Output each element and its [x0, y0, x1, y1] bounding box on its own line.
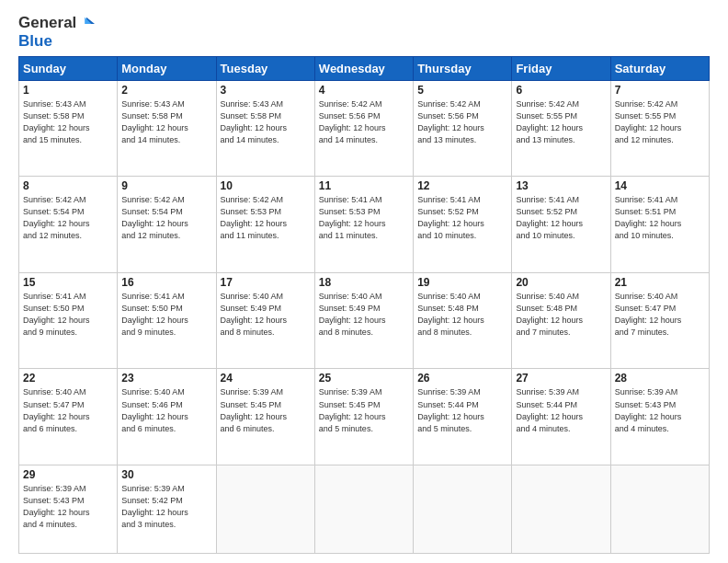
day-info: Sunrise: 5:42 AMSunset: 5:55 PMDaylight:…	[516, 99, 583, 144]
day-info: Sunrise: 5:41 AMSunset: 5:52 PMDaylight:…	[516, 195, 583, 240]
day-info: Sunrise: 5:39 AMSunset: 5:42 PMDaylight:…	[121, 484, 188, 529]
calendar-cell: 3Sunrise: 5:43 AMSunset: 5:58 PMDaylight…	[216, 80, 314, 177]
page: General Blue SundayMondayTuesdayWednesda…	[0, 0, 728, 563]
day-info: Sunrise: 5:42 AMSunset: 5:53 PMDaylight:…	[221, 195, 288, 240]
calendar-cell: 1Sunrise: 5:43 AMSunset: 5:58 PMDaylight…	[19, 80, 118, 177]
day-info: Sunrise: 5:39 AMSunset: 5:45 PMDaylight:…	[221, 387, 288, 432]
day-info: Sunrise: 5:40 AMSunset: 5:48 PMDaylight:…	[516, 292, 583, 337]
day-number: 16	[121, 276, 211, 289]
calendar-cell: 2Sunrise: 5:43 AMSunset: 5:58 PMDaylight…	[118, 80, 216, 177]
calendar-cell: 17Sunrise: 5:40 AMSunset: 5:49 PMDayligh…	[216, 272, 314, 369]
day-number: 9	[121, 179, 211, 192]
day-info: Sunrise: 5:41 AMSunset: 5:50 PMDaylight:…	[121, 292, 188, 337]
day-info: Sunrise: 5:39 AMSunset: 5:44 PMDaylight:…	[417, 387, 484, 432]
day-info: Sunrise: 5:42 AMSunset: 5:56 PMDaylight:…	[417, 99, 484, 144]
calendar-cell: 21Sunrise: 5:40 AMSunset: 5:47 PMDayligh…	[610, 272, 709, 369]
calendar-cell: 6Sunrise: 5:42 AMSunset: 5:55 PMDaylight…	[512, 80, 610, 177]
calendar-cell: 19Sunrise: 5:40 AMSunset: 5:48 PMDayligh…	[414, 272, 512, 369]
day-number: 10	[221, 179, 311, 192]
day-info: Sunrise: 5:39 AMSunset: 5:43 PMDaylight:…	[615, 387, 682, 432]
day-number: 29	[23, 468, 113, 481]
calendar-cell: 8Sunrise: 5:42 AMSunset: 5:54 PMDaylight…	[19, 177, 118, 273]
day-number: 1	[23, 84, 113, 97]
col-header-friday: Friday	[512, 56, 610, 80]
day-number: 13	[516, 179, 606, 192]
day-number: 7	[615, 84, 705, 97]
week-row: 1Sunrise: 5:43 AMSunset: 5:58 PMDaylight…	[19, 80, 710, 177]
day-number: 26	[417, 372, 507, 385]
calendar-cell: 27Sunrise: 5:39 AMSunset: 5:44 PMDayligh…	[512, 369, 610, 465]
logo-blue-text: Blue	[18, 32, 52, 51]
day-number: 4	[319, 84, 409, 97]
col-header-saturday: Saturday	[610, 56, 709, 80]
day-number: 20	[516, 276, 606, 289]
day-number: 22	[23, 372, 113, 385]
header: General Blue	[18, 15, 710, 51]
day-number: 15	[23, 276, 113, 289]
day-info: Sunrise: 5:39 AMSunset: 5:45 PMDaylight:…	[319, 387, 386, 432]
logo-bird-icon	[78, 16, 95, 32]
week-row: 29Sunrise: 5:39 AMSunset: 5:43 PMDayligh…	[19, 465, 710, 554]
calendar-cell: 15Sunrise: 5:41 AMSunset: 5:50 PMDayligh…	[19, 272, 118, 369]
calendar-cell: 23Sunrise: 5:40 AMSunset: 5:46 PMDayligh…	[118, 369, 216, 465]
day-number: 5	[417, 84, 507, 97]
day-info: Sunrise: 5:39 AMSunset: 5:43 PMDaylight:…	[23, 484, 90, 529]
day-number: 11	[319, 179, 409, 192]
calendar-cell: 11Sunrise: 5:41 AMSunset: 5:53 PMDayligh…	[314, 177, 413, 273]
calendar: SundayMondayTuesdayWednesdayThursdayFrid…	[18, 56, 710, 554]
week-row: 22Sunrise: 5:40 AMSunset: 5:47 PMDayligh…	[19, 369, 710, 465]
day-number: 23	[121, 372, 211, 385]
calendar-cell: 18Sunrise: 5:40 AMSunset: 5:49 PMDayligh…	[314, 272, 413, 369]
day-number: 6	[516, 84, 606, 97]
calendar-cell	[414, 465, 512, 554]
day-number: 28	[615, 372, 705, 385]
calendar-cell	[216, 465, 314, 554]
day-info: Sunrise: 5:40 AMSunset: 5:47 PMDaylight:…	[615, 292, 682, 337]
calendar-cell: 13Sunrise: 5:41 AMSunset: 5:52 PMDayligh…	[512, 177, 610, 273]
day-number: 17	[221, 276, 311, 289]
day-number: 21	[615, 276, 705, 289]
day-info: Sunrise: 5:42 AMSunset: 5:54 PMDaylight:…	[121, 195, 188, 240]
day-info: Sunrise: 5:40 AMSunset: 5:49 PMDaylight:…	[319, 292, 386, 337]
calendar-cell: 25Sunrise: 5:39 AMSunset: 5:45 PMDayligh…	[314, 369, 413, 465]
day-info: Sunrise: 5:43 AMSunset: 5:58 PMDaylight:…	[23, 99, 90, 144]
logo-general: General	[18, 14, 76, 31]
calendar-cell: 10Sunrise: 5:42 AMSunset: 5:53 PMDayligh…	[216, 177, 314, 273]
col-header-monday: Monday	[118, 56, 216, 80]
calendar-cell: 30Sunrise: 5:39 AMSunset: 5:42 PMDayligh…	[118, 465, 216, 554]
calendar-cell: 7Sunrise: 5:42 AMSunset: 5:55 PMDaylight…	[610, 80, 709, 177]
day-info: Sunrise: 5:41 AMSunset: 5:53 PMDaylight:…	[319, 195, 386, 240]
calendar-cell	[610, 465, 709, 554]
calendar-cell	[314, 465, 413, 554]
day-number: 3	[221, 84, 311, 97]
day-info: Sunrise: 5:40 AMSunset: 5:49 PMDaylight:…	[221, 292, 288, 337]
day-info: Sunrise: 5:43 AMSunset: 5:58 PMDaylight:…	[121, 99, 188, 144]
day-number: 25	[319, 372, 409, 385]
calendar-cell: 20Sunrise: 5:40 AMSunset: 5:48 PMDayligh…	[512, 272, 610, 369]
calendar-cell: 9Sunrise: 5:42 AMSunset: 5:54 PMDaylight…	[118, 177, 216, 273]
calendar-cell: 5Sunrise: 5:42 AMSunset: 5:56 PMDaylight…	[414, 80, 512, 177]
col-header-sunday: Sunday	[19, 56, 118, 80]
day-info: Sunrise: 5:41 AMSunset: 5:51 PMDaylight:…	[615, 195, 682, 240]
calendar-cell	[512, 465, 610, 554]
day-number: 8	[23, 179, 113, 192]
col-header-tuesday: Tuesday	[216, 56, 314, 80]
day-number: 19	[417, 276, 507, 289]
day-number: 18	[319, 276, 409, 289]
day-number: 14	[615, 179, 705, 192]
day-info: Sunrise: 5:40 AMSunset: 5:47 PMDaylight:…	[23, 387, 90, 432]
logo: General Blue	[18, 15, 95, 51]
calendar-cell: 4Sunrise: 5:42 AMSunset: 5:56 PMDaylight…	[314, 80, 413, 177]
day-number: 30	[121, 468, 211, 481]
day-info: Sunrise: 5:41 AMSunset: 5:52 PMDaylight:…	[417, 195, 484, 240]
day-info: Sunrise: 5:39 AMSunset: 5:44 PMDaylight:…	[516, 387, 583, 432]
day-info: Sunrise: 5:42 AMSunset: 5:55 PMDaylight:…	[615, 99, 682, 144]
day-info: Sunrise: 5:42 AMSunset: 5:54 PMDaylight:…	[23, 195, 90, 240]
day-number: 2	[121, 84, 211, 97]
calendar-cell: 28Sunrise: 5:39 AMSunset: 5:43 PMDayligh…	[610, 369, 709, 465]
week-row: 15Sunrise: 5:41 AMSunset: 5:50 PMDayligh…	[19, 272, 710, 369]
calendar-cell: 29Sunrise: 5:39 AMSunset: 5:43 PMDayligh…	[19, 465, 118, 554]
calendar-cell: 26Sunrise: 5:39 AMSunset: 5:44 PMDayligh…	[414, 369, 512, 465]
day-number: 24	[221, 372, 311, 385]
calendar-cell: 12Sunrise: 5:41 AMSunset: 5:52 PMDayligh…	[414, 177, 512, 273]
